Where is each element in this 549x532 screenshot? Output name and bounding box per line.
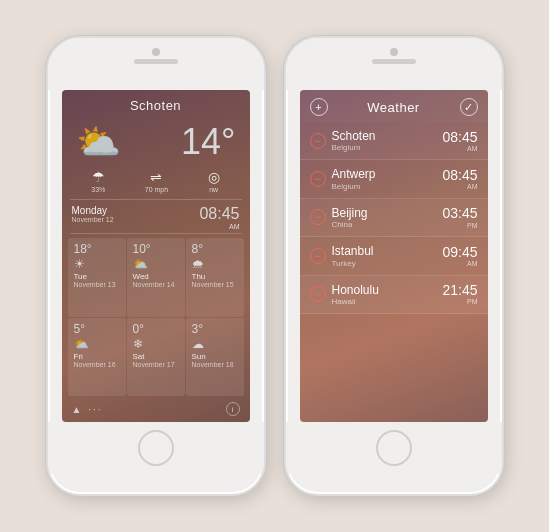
wind-value: 70 mph [145,186,168,193]
weather-screen: Schoten ⛅ 14° ☂ 33% ⇌ 70 mph [62,90,250,422]
city-item-beijing[interactable]: − Beijing China 03:45 PM [300,199,488,237]
city-name-beijing: Beijing [332,206,368,220]
today-time: 08:45 [199,205,239,223]
phone-bottom-2 [286,422,502,474]
country-schoten: Belgium [332,143,376,152]
remove-istanbul-button[interactable]: − [310,248,326,264]
city-item-left: − Beijing China [310,206,368,229]
city-item-left: − Istanbul Turkey [310,244,374,267]
fc-day-1: Wed [133,272,149,281]
remove-beijing-button[interactable]: − [310,209,326,225]
time-block-schoten: 08:45 AM [442,130,477,152]
fc-icon-3: ⛅ [74,337,89,351]
direction-icon: ◎ [208,169,220,185]
phone-screen-1: Schoten ⛅ 14° ☂ 33% ⇌ 70 mph [62,90,250,422]
weather-details: ☂ 33% ⇌ 70 mph ◎ nw [62,165,250,197]
time-honolulu: 21:45 [442,283,477,298]
forecast-sun: 3° ☁ Sun November 18 [186,318,244,397]
fc-temp-5: 3° [192,322,203,336]
phone-screen-2: + Weather ✓ − Schoten Belgium [300,90,488,422]
done-button[interactable]: ✓ [460,98,478,116]
time-block-istanbul: 09:45 AM [442,245,477,267]
today-right: 08:45 AM [199,205,239,230]
wind-icon: ⇌ [150,169,162,185]
fc-temp-0: 18° [74,242,92,256]
today-row: Monday November 12 08:45 AM [62,202,250,231]
city-item-istanbul[interactable]: − Istanbul Turkey 09:45 AM [300,237,488,275]
home-button[interactable] [138,430,174,466]
today-ampm: AM [199,223,239,230]
phones-container: Schoten ⛅ 14° ☂ 33% ⇌ 70 mph [46,36,504,496]
city-info-antwerp: Antwerp Belgium [332,167,376,190]
fc-day-5: Sun [192,352,206,361]
fc-icon-4: ❄ [133,337,143,351]
time-block-honolulu: 21:45 PM [442,283,477,305]
remove-antwerp-button[interactable]: − [310,171,326,187]
fc-temp-2: 8° [192,242,203,256]
earpiece [134,59,178,64]
mute-button [46,110,48,126]
fc-date-3: November 16 [74,361,116,368]
city-info-beijing: Beijing China [332,206,368,229]
fc-temp-1: 10° [133,242,151,256]
ampm-beijing: PM [442,222,477,229]
fc-day-4: Sat [133,352,145,361]
fc-date-4: November 17 [133,361,175,368]
rain-icon: ☂ [92,169,105,185]
fc-icon-1: ⛅ [133,257,148,271]
city-item-left: − Honolulu Hawaii [310,283,379,306]
remove-honolulu-button[interactable]: − [310,286,326,302]
forecast-sat: 0° ❄ Sat November 17 [127,318,185,397]
time-istanbul: 09:45 [442,245,477,260]
city-info-honolulu: Honolulu Hawaii [332,283,379,306]
fc-date-0: November 13 [74,281,116,288]
today-day: Monday [72,205,114,216]
forecast-fri: 5° ⛅ Fri November 16 [68,318,126,397]
city-info-schoten: Schoten Belgium [332,129,376,152]
earpiece-2 [372,59,416,64]
city-item-antwerp[interactable]: − Antwerp Belgium 08:45 AM [300,160,488,198]
volume-up-button [46,134,48,162]
fc-temp-3: 5° [74,322,85,336]
city-item-schoten[interactable]: − Schoten Belgium 08:45 AM [300,122,488,160]
weather-icon: ⛅ [76,124,121,160]
time-antwerp: 08:45 [442,168,477,183]
weather-main: ⛅ 14° [62,117,250,165]
time-schoten: 08:45 [442,130,477,145]
phone-top [48,38,264,90]
country-beijing: China [332,220,368,229]
time-block-antwerp: 08:45 AM [442,168,477,190]
country-antwerp: Belgium [332,182,376,191]
time-beijing: 03:45 [442,206,477,221]
fc-icon-5: ☁ [192,337,204,351]
fc-day-3: Fri [74,352,83,361]
page-dots: ▲ ··· [72,404,103,415]
phone-bottom [48,422,264,474]
forecast-grid: 18° ☀ Tue November 13 10° ⛅ Wed November… [62,236,250,398]
fc-date-5: November 18 [192,361,234,368]
time-block-beijing: 03:45 PM [442,206,477,228]
rain-value: 33% [91,186,105,193]
fc-date-2: November 15 [192,281,234,288]
home-button-2[interactable] [376,430,412,466]
phone-1: Schoten ⛅ 14° ☂ 33% ⇌ 70 mph [46,36,266,496]
weather-header: Schoten [62,90,250,117]
phone-2: + Weather ✓ − Schoten Belgium [284,36,504,496]
ampm-schoten: AM [442,145,477,152]
city-name-istanbul: Istanbul [332,244,374,258]
add-city-button[interactable]: + [310,98,328,116]
country-honolulu: Hawaii [332,297,379,306]
power-button-2 [502,128,504,156]
temperature: 14° [181,121,235,163]
fc-icon-0: ☀ [74,257,85,271]
ampm-honolulu: PM [442,298,477,305]
info-button[interactable]: i [226,402,240,416]
fc-day-0: Tue [74,272,88,281]
volume-up-button-2 [284,134,286,162]
remove-schoten-button[interactable]: − [310,133,326,149]
city-list-header: + Weather ✓ [300,90,488,122]
fc-date-1: November 14 [133,281,175,288]
city-item-honolulu[interactable]: − Honolulu Hawaii 21:45 PM [300,276,488,314]
city-item-left: − Antwerp Belgium [310,167,376,190]
phone-top-2 [286,38,502,90]
